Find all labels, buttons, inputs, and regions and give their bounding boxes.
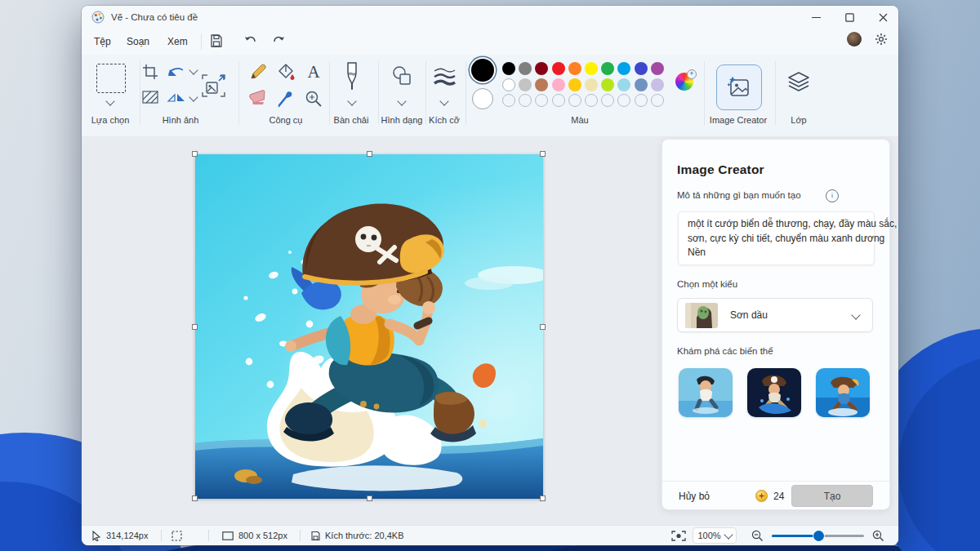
cursor-position-icon	[91, 531, 101, 541]
color-swatch[interactable]	[617, 78, 630, 91]
chevron-down-icon	[724, 530, 733, 539]
color-swatch[interactable]	[552, 62, 565, 75]
secondary-color-swatch[interactable]	[472, 88, 493, 109]
color-swatch[interactable]	[568, 78, 581, 91]
size-dropdown-chevron[interactable]	[441, 98, 449, 106]
color-swatch[interactable]	[585, 62, 598, 75]
primary-color-swatch[interactable]	[471, 59, 494, 82]
title-bar[interactable]: Vẽ - Chưa có tiêu đề	[82, 6, 898, 29]
color-swatch[interactable]	[552, 78, 565, 91]
canvas[interactable]	[195, 154, 543, 499]
color-swatch[interactable]	[585, 94, 598, 107]
shapes-tool-button[interactable]	[390, 64, 413, 87]
statusbar-divider	[208, 530, 209, 541]
color-swatch[interactable]	[502, 94, 515, 107]
zoom-in-button[interactable]	[872, 530, 884, 542]
color-swatch[interactable]	[568, 62, 581, 75]
rotate-tool-button[interactable]	[167, 63, 186, 79]
color-swatch[interactable]	[635, 94, 648, 107]
flip-dropdown-chevron[interactable]	[190, 94, 198, 102]
selection-handle[interactable]	[192, 324, 198, 330]
flip-tool-button[interactable]	[167, 91, 186, 104]
color-swatch[interactable]	[535, 62, 548, 75]
color-swatch[interactable]	[552, 94, 565, 107]
fill-tool-button[interactable]	[276, 62, 296, 82]
color-swatch[interactable]	[519, 62, 532, 75]
user-avatar[interactable]	[847, 32, 862, 47]
minimize-button[interactable]	[800, 6, 832, 29]
save-button[interactable]	[209, 33, 224, 51]
redo-icon	[271, 34, 286, 47]
color-swatch[interactable]	[502, 78, 515, 91]
selection-handle[interactable]	[192, 151, 198, 157]
selection-handle[interactable]	[540, 495, 546, 501]
color-swatch[interactable]	[519, 78, 532, 91]
color-swatch[interactable]	[568, 94, 581, 107]
edit-colors-button[interactable]	[675, 73, 693, 91]
pencil-tool-button[interactable]	[248, 62, 268, 82]
magnifier-tool-button[interactable]	[304, 89, 323, 109]
color-swatch[interactable]	[535, 94, 548, 107]
create-button[interactable]: Tạo	[791, 485, 873, 507]
redo-button[interactable]	[271, 34, 286, 51]
zoom-slider[interactable]	[772, 535, 864, 537]
texture-tool-button[interactable]	[142, 91, 158, 104]
shapes-dropdown-chevron[interactable]	[399, 98, 407, 106]
selection-handle[interactable]	[540, 324, 546, 330]
selection-handle[interactable]	[540, 151, 546, 157]
color-swatch[interactable]	[601, 94, 614, 107]
maximize-button[interactable]	[833, 6, 866, 29]
selection-tool-button[interactable]	[96, 64, 126, 93]
menu-edit[interactable]: Soạn	[123, 34, 153, 49]
color-swatch[interactable]	[635, 78, 648, 91]
chevron-down-icon	[105, 96, 114, 105]
color-swatch[interactable]	[617, 62, 630, 75]
style-dropdown[interactable]: Sơn dầu	[677, 298, 873, 332]
crop-tool-button[interactable]	[142, 64, 158, 80]
eyedropper-tool-button[interactable]	[276, 89, 296, 109]
rotate-dropdown-chevron[interactable]	[190, 67, 198, 75]
size-tool-button[interactable]	[433, 66, 456, 86]
zoom-level-select[interactable]: 100%	[693, 527, 737, 544]
variant-thumbnail-3[interactable]	[816, 368, 870, 417]
statusbar-divider	[300, 530, 301, 541]
undo-button[interactable]	[243, 34, 258, 51]
color-swatch[interactable]	[601, 78, 614, 91]
text-tool-button[interactable]: A	[304, 62, 323, 82]
color-swatch[interactable]	[519, 94, 532, 107]
info-icon[interactable]	[826, 189, 839, 202]
menu-file[interactable]: Tệp	[91, 34, 114, 49]
close-button[interactable]	[866, 6, 898, 29]
resize-tool-button[interactable]	[201, 73, 227, 99]
color-swatch[interactable]	[601, 62, 614, 75]
fit-to-screen-icon[interactable]	[671, 531, 686, 541]
color-swatch[interactable]	[651, 94, 664, 107]
eraser-tool-button[interactable]	[248, 89, 268, 107]
variants-label: Khám phá các biến thể	[677, 346, 773, 356]
prompt-input[interactable]: một ít cướp biển dễ thương, chạy, đầy mà…	[678, 211, 875, 265]
color-swatch[interactable]	[502, 62, 515, 75]
layers-button[interactable]	[786, 71, 812, 94]
menu-view[interactable]: Xem	[164, 34, 191, 49]
variant-thumbnail-1[interactable]	[679, 368, 733, 417]
selection-handle[interactable]	[367, 151, 372, 157]
color-swatch[interactable]	[585, 78, 598, 91]
image-creator-button[interactable]	[716, 64, 762, 110]
layers-icon	[786, 71, 812, 94]
zoom-slider-thumb[interactable]	[813, 531, 824, 541]
color-swatch[interactable]	[617, 94, 630, 107]
color-swatch[interactable]	[635, 62, 648, 75]
selection-dropdown-chevron[interactable]	[107, 98, 115, 106]
chevron-down-icon	[851, 310, 860, 319]
selection-handle[interactable]	[367, 495, 372, 501]
selection-handle[interactable]	[192, 495, 198, 501]
color-swatch[interactable]	[651, 62, 664, 75]
zoom-out-button[interactable]	[751, 530, 764, 542]
settings-button[interactable]	[875, 33, 888, 49]
variant-thumbnail-2[interactable]	[747, 368, 801, 417]
color-swatch[interactable]	[535, 78, 548, 91]
brush-tool-button[interactable]	[342, 61, 362, 92]
color-swatch[interactable]	[651, 78, 664, 91]
brush-dropdown-chevron[interactable]	[349, 98, 357, 106]
cancel-button[interactable]: Hủy bỏ	[679, 491, 710, 502]
